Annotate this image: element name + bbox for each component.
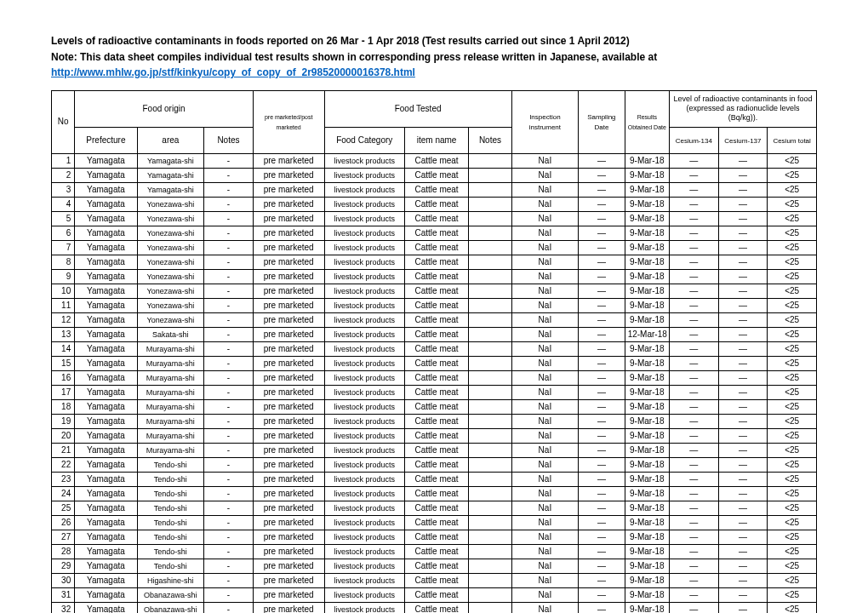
cell-prefecture: Yamagata [75,370,137,385]
cell-cstotal: <25 [768,226,817,240]
cell-category: livestock products [324,573,404,587]
cell-cs134: ― [670,414,719,428]
cell-area: Yonezawa-shi [137,269,204,284]
cell-item: Cattle meat [404,428,468,443]
cell-area: Murayama-shi [137,428,204,443]
cell-cs134: ― [670,240,719,255]
table-row: 14YamagataMurayama-shi-pre marketedlives… [52,341,817,356]
cell-cs134: ― [670,312,719,327]
col-results-date: Results Obtained Date [625,90,669,153]
cell-cs137: ― [718,544,768,559]
cell-cstotal: <25 [768,341,817,356]
cell-instrument: NaI [511,269,579,284]
cell-area: Tendo-shi [137,472,204,486]
cell-cs137: ― [718,226,768,240]
table-row: 31YamagataObanazawa-shi-pre marketedlive… [52,587,817,602]
cell-cs134: ― [670,197,719,211]
col-sampling-date: Sampling Date [579,90,625,153]
cell-area: Murayama-shi [137,443,204,457]
results-table: No Food origin pre marketed/post markete… [51,90,817,613]
cell-area: Yonezawa-shi [137,197,204,211]
cell-cs134: ― [670,530,719,544]
cell-area: Tendo-shi [137,486,204,501]
cell-prefecture: Yamagata [75,240,137,255]
cell-instrument: NaI [511,457,579,472]
cell-category: livestock products [324,168,404,182]
cell-item: Cattle meat [404,573,468,587]
cell-notes1: - [204,559,254,573]
cell-category: livestock products [324,255,404,269]
cell-notes1: - [204,486,254,501]
cell-cstotal: <25 [768,182,817,197]
cell-notes1: - [204,515,254,530]
cell-results: 9-Mar-18 [625,356,669,370]
cell-notes1: - [204,298,254,312]
cell-market: pre marketed [253,573,324,587]
cell-notes1: - [204,226,254,240]
colgroup-levels: Level of radioactive contaminants in foo… [670,90,817,127]
cell-sampling: ― [579,312,625,327]
cell-area: Yamagata-shi [137,153,204,168]
col-area: area [137,127,204,153]
cell-no: 31 [52,587,75,602]
table-row: 28YamagataTendo-shi-pre marketedlivestoc… [52,544,817,559]
table-row: 8YamagataYonezawa-shi-pre marketedlivest… [52,255,817,269]
cell-notes2 [469,443,511,457]
cell-prefecture: Yamagata [75,573,137,587]
cell-notes1: - [204,312,254,327]
cell-item: Cattle meat [404,457,468,472]
col-cstotal: Cesium total [768,127,817,153]
cell-cstotal: <25 [768,168,817,182]
cell-cs134: ― [670,327,719,341]
cell-sampling: ― [579,544,625,559]
cell-sampling: ― [579,457,625,472]
cell-instrument: NaI [511,370,579,385]
cell-no: 1 [52,153,75,168]
cell-results: 9-Mar-18 [625,226,669,240]
cell-notes1: - [204,370,254,385]
cell-area: Yamagata-shi [137,168,204,182]
cell-notes2 [469,428,511,443]
cell-instrument: NaI [511,414,579,428]
cell-market: pre marketed [253,472,324,486]
cell-item: Cattle meat [404,443,468,457]
cell-notes1: - [204,472,254,486]
cell-results: 9-Mar-18 [625,472,669,486]
cell-prefecture: Yamagata [75,428,137,443]
cell-item: Cattle meat [404,385,468,399]
cell-prefecture: Yamagata [75,443,137,457]
col-notes2: Notes [469,127,511,153]
cell-instrument: NaI [511,573,579,587]
cell-area: Murayama-shi [137,399,204,414]
cell-notes1: - [204,443,254,457]
cell-market: pre marketed [253,399,324,414]
cell-no: 23 [52,472,75,486]
cell-market: pre marketed [253,269,324,284]
cell-item: Cattle meat [404,515,468,530]
colgroup-food-origin: Food origin [75,90,254,127]
cell-cstotal: <25 [768,356,817,370]
cell-cs134: ― [670,573,719,587]
cell-prefecture: Yamagata [75,356,137,370]
cell-notes1: - [204,602,254,613]
cell-notes1: - [204,341,254,356]
cell-area: Yonezawa-shi [137,240,204,255]
cell-cs134: ― [670,559,719,573]
cell-instrument: NaI [511,182,579,197]
cell-notes2 [469,298,511,312]
cell-notes2 [469,399,511,414]
cell-no: 19 [52,414,75,428]
cell-sampling: ― [579,298,625,312]
cell-cs134: ― [670,457,719,472]
cell-cs137: ― [718,573,768,587]
cell-cstotal: <25 [768,486,817,501]
cell-no: 20 [52,428,75,443]
cell-market: pre marketed [253,602,324,613]
cell-item: Cattle meat [404,284,468,298]
cell-cs137: ― [718,443,768,457]
cell-notes2 [469,269,511,284]
cell-no: 5 [52,211,75,226]
cell-cstotal: <25 [768,197,817,211]
source-link[interactable]: http://www.mhlw.go.jp/stf/kinkyu/copy_of… [51,66,415,78]
cell-area: Yonezawa-shi [137,226,204,240]
